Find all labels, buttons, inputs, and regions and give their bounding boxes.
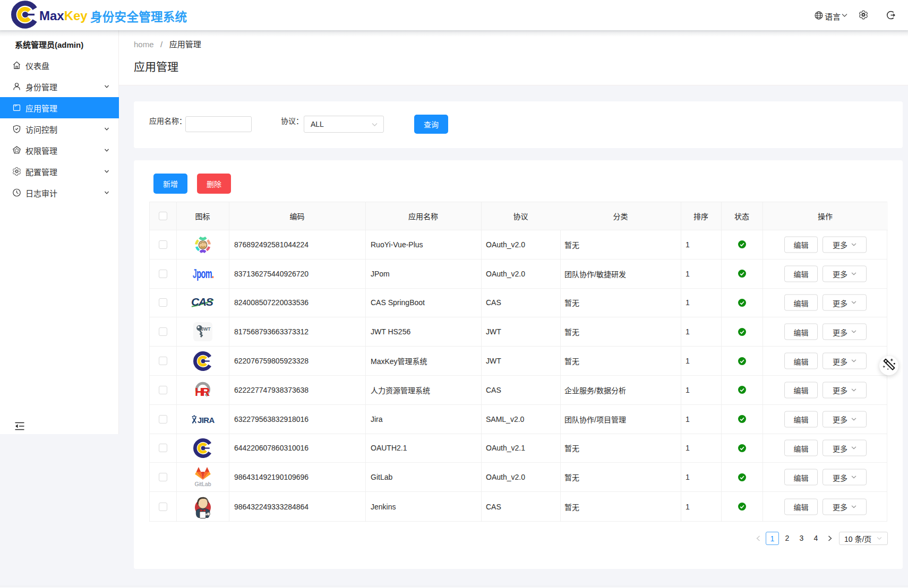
svg-text:GitLab: GitLab <box>195 481 211 487</box>
svg-text:JIRA: JIRA <box>198 416 215 424</box>
svg-text:CAS: CAS <box>191 296 213 308</box>
svg-text:HR: HR <box>195 385 210 398</box>
svg-text:Jpom.: Jpom. <box>193 266 213 281</box>
svg-text:JWT: JWT <box>201 326 211 332</box>
